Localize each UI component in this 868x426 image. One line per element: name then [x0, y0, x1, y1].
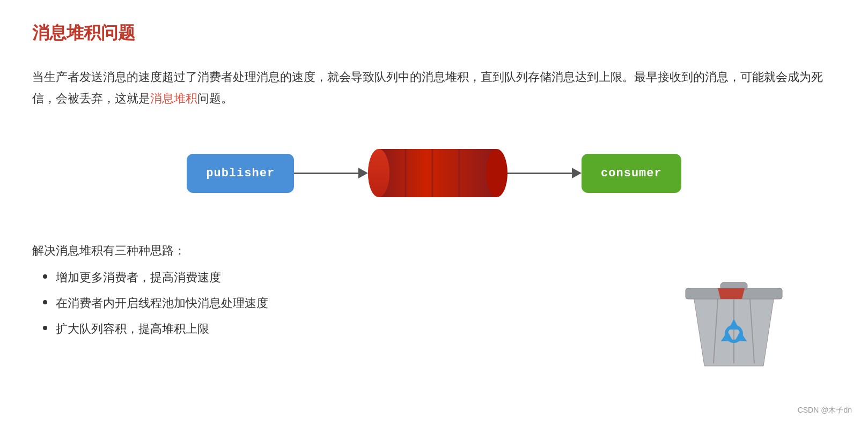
- intro-text-line1: 当生产者发送消息的速度超过了消费者处理消息的速度，就会导致队列中的消息堆积，直到…: [32, 70, 646, 84]
- bullet-dot-2: [43, 300, 47, 304]
- line-segment-1: [294, 173, 358, 174]
- arrow-publisher-to-queue: [294, 168, 368, 178]
- queue-svg: [368, 136, 507, 211]
- bullet-text-3: 扩大队列容积，提高堆积上限: [56, 321, 209, 337]
- svg-point-6: [368, 149, 389, 197]
- arrowhead-2: [572, 168, 582, 178]
- queue-cylinder: [368, 136, 507, 211]
- trash-can-svg: [675, 259, 793, 377]
- publisher-node: publisher: [187, 154, 294, 193]
- intro-text-line3: 问题。: [197, 92, 233, 105]
- arrow-queue-to-consumer: [507, 168, 582, 178]
- bullet-text-1: 增加更多消费者，提高消费速度: [56, 270, 221, 286]
- message-flow-diagram: publisher: [32, 136, 836, 211]
- page-title: 消息堆积问题: [32, 21, 836, 45]
- svg-point-1: [486, 149, 507, 197]
- intro-highlight: 消息堆积: [150, 92, 197, 105]
- solutions-title: 解决消息堆积有三种种思路：: [32, 243, 836, 259]
- line-segment-2: [507, 173, 572, 174]
- svg-rect-0: [379, 149, 497, 197]
- watermark: CSDN @木子dn: [798, 406, 852, 415]
- intro-paragraph: 当生产者发送消息的速度超过了消费者处理消息的速度，就会导致队列中的消息堆积，直到…: [32, 66, 836, 109]
- consumer-node: consumer: [582, 154, 681, 193]
- svg-marker-13: [718, 288, 745, 299]
- solutions-section: 解决消息堆积有三种种思路： 增加更多消费者，提高消费速度 在消费者内开启线程池加…: [32, 243, 836, 337]
- bullet-text-2: 在消费者内开启线程池加快消息处理速度: [56, 295, 268, 311]
- trash-can-illustration: [675, 259, 793, 380]
- bullet-dot-3: [43, 326, 47, 330]
- arrowhead-1: [358, 168, 368, 178]
- bullet-dot-1: [43, 274, 47, 279]
